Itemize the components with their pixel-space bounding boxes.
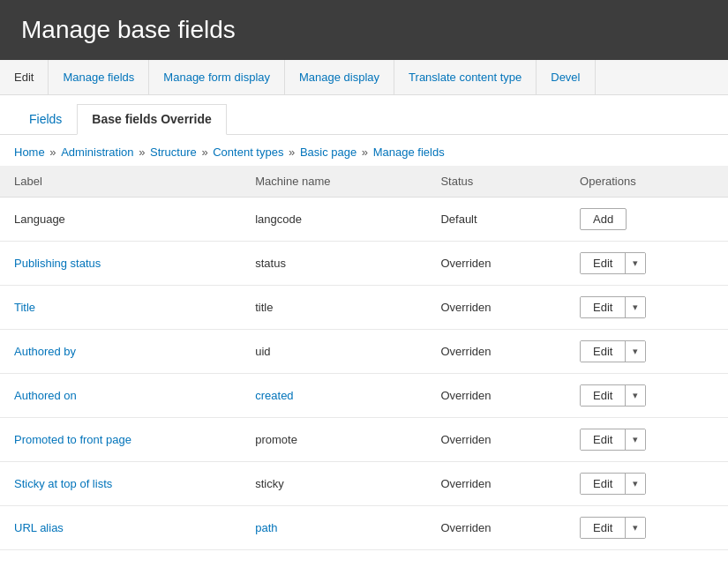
cell-status: Overriden [426,286,566,330]
field-label-link[interactable]: Title [14,301,35,314]
cell-machine-name: path [241,506,426,550]
cell-label: Authored on [0,374,241,418]
cell-status: Overriden [426,330,566,374]
cell-machine-name: status [241,242,426,286]
cell-status: Overriden [426,462,566,506]
cell-status: Overriden [426,418,566,462]
cell-label: Promoted to front page [0,418,241,462]
breadcrumb: Home » Administration » Structure » Cont… [0,135,728,166]
table-row: TitletitleOverridenEdit▾ [0,286,728,330]
breadcrumb-manage-fields[interactable]: Manage fields [373,145,445,159]
edit-button-group: Edit▾ [580,517,646,539]
cell-label: Language [0,198,241,242]
dropdown-button[interactable]: ▾ [626,253,645,273]
field-label-link[interactable]: Promoted to front page [14,433,131,446]
edit-button-group: Edit▾ [580,473,646,495]
dropdown-button[interactable]: ▾ [626,474,645,494]
nav-translate-content-type[interactable]: Translate content type [394,60,537,94]
cell-label: URL alias [0,506,241,550]
cell-machine-name: langcode [241,198,426,242]
nav-devel[interactable]: Devel [537,60,595,94]
cell-operations: Edit▾ [566,330,728,374]
edit-button[interactable]: Edit [581,474,626,494]
cell-machine-name: sticky [241,462,426,506]
edit-button-group: Edit▾ [580,384,646,407]
edit-button-group: Edit▾ [580,429,646,451]
field-label-link[interactable]: URL alias [14,521,64,534]
tab-base-fields-override[interactable]: Base fields Override [77,104,226,135]
cell-status: Default [426,198,566,242]
edit-button[interactable]: Edit [581,297,626,317]
cell-label: Publishing status [0,242,241,286]
cell-machine-name: title [241,286,426,330]
field-label-link[interactable]: Authored by [14,345,76,358]
nav-manage-display[interactable]: Manage display [285,60,394,94]
breadcrumb-structure[interactable]: Structure [150,145,197,159]
cell-machine-name: uid [241,330,426,374]
dropdown-button[interactable]: ▾ [626,341,645,362]
fields-table: Label Machine name Status Operations Lan… [0,166,728,550]
machine-name-link[interactable]: created [255,389,293,402]
edit-button-group: Edit▾ [580,252,646,274]
nav-edit[interactable]: Edit [0,60,49,94]
field-label-link[interactable]: Sticky at top of lists [14,477,112,490]
cell-status: Overriden [426,506,566,550]
cell-status: Overriden [426,374,566,418]
field-label-link[interactable]: Authored on [14,389,77,402]
cell-status: Overriden [426,242,566,286]
cell-machine-name: created [241,374,426,418]
col-header-status: Status [426,166,566,198]
edit-button[interactable]: Edit [581,385,626,406]
page-title: Manage base fields [21,16,707,44]
breadcrumb-home[interactable]: Home [14,145,45,159]
dropdown-button[interactable]: ▾ [626,429,645,450]
table-row: Authored byuidOverridenEdit▾ [0,330,728,374]
col-header-operations: Operations [566,166,728,198]
table-row: Authored oncreatedOverridenEdit▾ [0,374,728,418]
cell-operations: Edit▾ [566,374,728,418]
cell-operations: Edit▾ [566,418,728,462]
edit-button[interactable]: Edit [581,253,626,273]
breadcrumb-administration[interactable]: Administration [61,145,133,159]
top-nav: Edit Manage fields Manage form display M… [0,60,728,95]
col-header-machine: Machine name [241,166,426,198]
table-row: URL aliaspathOverridenEdit▾ [0,506,728,550]
cell-label: Sticky at top of lists [0,462,241,506]
breadcrumb-basic-page[interactable]: Basic page [300,145,356,159]
table-row: LanguagelangcodeDefaultAdd [0,198,728,242]
dropdown-button[interactable]: ▾ [626,518,645,538]
cell-machine-name: promote [241,418,426,462]
cell-operations: Edit▾ [566,286,728,330]
tab-fields[interactable]: Fields [14,104,77,134]
edit-button[interactable]: Edit [581,341,626,362]
cell-operations: Edit▾ [566,242,728,286]
secondary-tabs: Fields Base fields Override [0,95,728,135]
col-header-label: Label [0,166,241,198]
table-row: Publishing statusstatusOverridenEdit▾ [0,242,728,286]
edit-button[interactable]: Edit [581,518,626,538]
machine-name-link[interactable]: path [255,521,277,534]
cell-operations: Edit▾ [566,462,728,506]
nav-manage-form-display[interactable]: Manage form display [149,60,285,94]
edit-button[interactable]: Edit [581,429,626,450]
table-row: Promoted to front pagepromoteOverridenEd… [0,418,728,462]
add-button[interactable]: Add [580,208,627,230]
edit-button-group: Edit▾ [580,296,646,318]
table-row: Sticky at top of listsstickyOverridenEdi… [0,462,728,506]
cell-label: Title [0,286,241,330]
cell-label: Authored by [0,330,241,374]
cell-operations: Edit▾ [566,506,728,550]
cell-operations: Add [566,198,728,242]
field-label-link[interactable]: Publishing status [14,257,101,270]
breadcrumb-content-types[interactable]: Content types [213,145,283,159]
edit-button-group: Edit▾ [580,340,646,362]
nav-manage-fields[interactable]: Manage fields [49,60,149,94]
page-header: Manage base fields [0,0,728,60]
dropdown-button[interactable]: ▾ [626,297,645,317]
dropdown-button[interactable]: ▾ [626,385,645,406]
